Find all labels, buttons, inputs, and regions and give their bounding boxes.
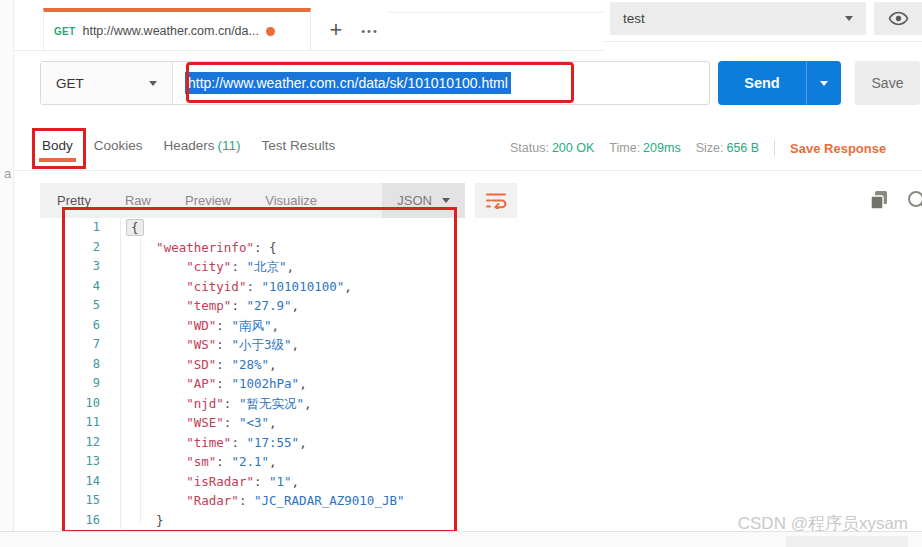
response-meta-divider <box>14 170 922 171</box>
wrap-line-icon <box>485 192 507 209</box>
method-value: GET <box>56 76 84 91</box>
sidebar-letter: a <box>4 166 11 181</box>
method-select[interactable]: GET <box>41 62 173 104</box>
annotation-url-box <box>186 62 574 103</box>
watermark: CSDN @程序员xysam <box>738 512 908 535</box>
environment-select[interactable]: test <box>610 2 866 35</box>
tab-test-results[interactable]: Test Results <box>262 138 336 159</box>
view-visualize[interactable]: Visualize <box>248 193 334 208</box>
view-pretty[interactable]: Pretty <box>40 193 108 208</box>
tab-headers-label: Headers <box>164 138 215 153</box>
eye-icon <box>888 11 909 26</box>
copy-icon <box>869 189 889 211</box>
view-raw[interactable]: Raw <box>108 193 168 208</box>
tab-headers[interactable]: Headers(11) <box>164 138 241 159</box>
save-response-button[interactable]: Save Response <box>790 141 886 156</box>
chevron-down-icon <box>442 198 450 203</box>
tab-method-label: GET <box>54 26 75 37</box>
environment-preview-button[interactable] <box>874 2 922 35</box>
postman-window: a GET http://www.weather.com.cn/da... + … <box>0 0 922 547</box>
annotation-response-body-box <box>62 207 457 533</box>
tab-area-divider <box>388 12 604 13</box>
status-divider <box>774 140 775 156</box>
new-tab-button[interactable]: + <box>320 16 352 46</box>
unsaved-dot-icon <box>266 27 275 36</box>
tabrow-divider <box>14 50 604 51</box>
send-button[interactable]: Send <box>718 61 841 105</box>
send-options-button[interactable] <box>806 61 841 105</box>
save-label: Save <box>872 75 904 91</box>
size-item: Size:656 B <box>696 141 759 155</box>
tab-cookies[interactable]: Cookies <box>94 138 143 159</box>
search-icon <box>906 189 922 211</box>
status-label: Status: <box>510 141 549 155</box>
status-value: 200 OK <box>552 141 594 155</box>
time-item: Time:209ms <box>609 141 680 155</box>
chevron-down-icon <box>820 81 828 86</box>
chevron-down-icon <box>149 81 157 86</box>
time-label: Time: <box>609 141 640 155</box>
annotation-body-tab-box <box>32 128 86 169</box>
tab-cookies-label: Cookies <box>94 138 143 153</box>
view-preview[interactable]: Preview <box>168 193 248 208</box>
header-divider <box>604 41 922 42</box>
tab-test-results-label: Test Results <box>262 138 336 153</box>
copy-response-button[interactable] <box>869 189 889 211</box>
search-response-button[interactable] <box>906 189 922 211</box>
size-value: 656 B <box>726 141 759 155</box>
more-options-button[interactable]: ••• <box>352 16 388 46</box>
tab-title: http://www.weather.com.cn/da... <box>82 24 258 38</box>
size-label: Size: <box>696 141 724 155</box>
status-item: Status:200 OK <box>510 141 594 155</box>
request-tab[interactable]: GET http://www.weather.com.cn/da... <box>43 8 311 50</box>
time-value: 209ms <box>643 141 681 155</box>
bottom-corner-panel <box>786 536 908 547</box>
response-status-bar: Status:200 OK Time:209ms Size:656 B Save… <box>510 140 886 156</box>
format-value: JSON <box>397 193 432 208</box>
sidebar-strip <box>0 0 14 531</box>
environment-value: test <box>623 11 645 26</box>
chevron-down-icon <box>845 16 853 21</box>
wrap-text-button[interactable] <box>475 183 517 218</box>
save-button[interactable]: Save <box>855 61 920 105</box>
headers-count-badge: (11) <box>218 138 241 153</box>
send-label: Send <box>718 75 806 91</box>
